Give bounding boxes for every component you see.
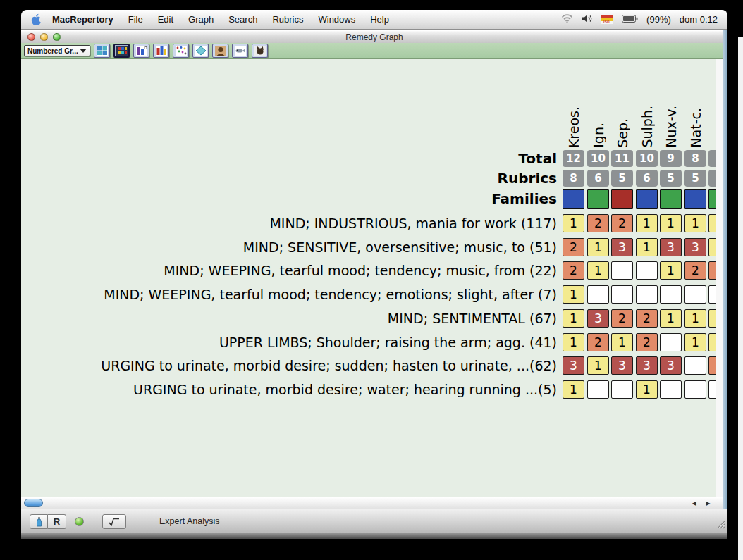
scrollbar-thumb[interactable] <box>24 499 43 507</box>
grade-cell[interactable]: 1 <box>611 333 633 351</box>
grade-cell[interactable] <box>611 261 633 280</box>
grade-cell[interactable]: 2 <box>611 309 633 328</box>
fish-view-button[interactable] <box>232 44 248 58</box>
grade-cell[interactable]: 1 <box>684 214 706 232</box>
rubric-label[interactable]: MIND; WEEPING, tearful mood; tendency; e… <box>21 285 557 304</box>
rubric-label[interactable]: URGING to urinate, morbid desire; water;… <box>21 380 557 399</box>
rubric-label[interactable]: MIND; SENSITIVE, oversensitive; music, t… <box>21 238 557 256</box>
diamond-graph-view-button[interactable] <box>192 44 209 58</box>
grade-cell[interactable] <box>684 356 706 375</box>
grade-cell[interactable] <box>684 285 706 304</box>
grade-cell[interactable]: 1 <box>660 309 682 328</box>
grade-cell[interactable]: 1 <box>660 261 682 280</box>
rubric-label[interactable]: URGING to urinate, morbid desire; sudden… <box>21 356 557 375</box>
family-cell[interactable] <box>708 189 716 209</box>
menu-help[interactable]: Help <box>370 14 389 25</box>
grade-cell[interactable]: 1 <box>636 380 658 399</box>
family-cell[interactable] <box>660 189 682 209</box>
scatter-graph-view-button[interactable] <box>173 44 189 58</box>
grade-cell[interactable] <box>587 380 609 399</box>
horizontal-scrollbar[interactable]: ◀ ▶ <box>21 497 723 509</box>
bar-graph-view-button[interactable] <box>133 44 149 58</box>
grade-cell[interactable] <box>660 380 682 399</box>
column-header[interactable]: Ign. <box>585 65 611 148</box>
grade-cell[interactable]: 2 <box>563 238 584 256</box>
grade-cell[interactable] <box>708 285 716 304</box>
column-header[interactable]: Kreos. <box>560 65 587 148</box>
grade-cell[interactable]: 1 <box>660 214 682 232</box>
grade-cell[interactable] <box>708 214 716 232</box>
menu-clock[interactable]: dom 0:12 <box>680 14 718 25</box>
menu-file[interactable]: File <box>128 14 143 25</box>
grade-cell[interactable] <box>708 356 716 375</box>
grade-cell[interactable]: 1 <box>636 214 658 232</box>
menu-windows[interactable]: Windows <box>318 14 355 25</box>
grade-cell[interactable] <box>708 238 716 256</box>
grade-cell[interactable]: 1 <box>587 356 609 375</box>
grade-cell[interactable]: 2 <box>611 214 633 232</box>
scroll-right-arrow[interactable]: ▶ <box>701 497 715 509</box>
grade-cell[interactable] <box>660 333 682 351</box>
grade-cell[interactable]: 3 <box>611 238 633 256</box>
person-view-button[interactable] <box>212 44 228 58</box>
apple-menu[interactable] <box>31 13 41 25</box>
grade-cell[interactable]: 1 <box>587 238 609 256</box>
grade-cell[interactable]: 3 <box>563 356 584 375</box>
rubric-r-button[interactable]: R <box>48 514 66 529</box>
family-cell[interactable] <box>684 189 706 209</box>
grade-cell[interactable]: 2 <box>636 333 658 351</box>
grade-cell[interactable] <box>708 333 716 351</box>
grade-cell[interactable] <box>611 380 633 399</box>
grade-cell[interactable]: 2 <box>587 214 609 232</box>
grade-cell[interactable] <box>684 380 706 399</box>
resize-grip[interactable] <box>716 519 725 532</box>
grade-cell[interactable]: 1 <box>563 333 584 351</box>
remedy-bottle-button[interactable] <box>30 514 48 529</box>
family-cell[interactable] <box>636 189 658 209</box>
grade-cell[interactable]: 3 <box>611 356 633 375</box>
grade-cell[interactable]: 3 <box>587 309 609 328</box>
grade-cell[interactable]: 2 <box>636 309 658 328</box>
quad-grid-view-button[interactable] <box>94 44 110 58</box>
menu-rubrics[interactable]: Rubrics <box>272 14 303 25</box>
volume-icon[interactable] <box>582 14 592 25</box>
grade-cell[interactable]: 2 <box>563 261 584 280</box>
column-header[interactable]: Sulph. <box>634 65 660 148</box>
grade-cell[interactable]: 3 <box>684 238 706 256</box>
column-header[interactable]: Sep. <box>609 65 635 148</box>
grade-cell[interactable]: 1 <box>684 309 706 328</box>
grade-cell[interactable]: 1 <box>563 380 584 399</box>
menu-graph[interactable]: Graph <box>188 14 214 25</box>
family-cell[interactable] <box>587 189 609 209</box>
grade-cell[interactable] <box>587 285 609 304</box>
grade-cell[interactable]: 1 <box>563 285 584 304</box>
title-bar[interactable]: Remedy Graph <box>21 30 727 44</box>
grade-cell[interactable]: 2 <box>684 261 706 280</box>
column-header[interactable]: Nux-v. <box>658 65 684 148</box>
rubric-label[interactable]: MIND; WEEPING, tearful mood; tendency; m… <box>21 261 557 280</box>
grade-cell[interactable] <box>636 285 658 304</box>
animal-view-button[interactable] <box>252 44 268 58</box>
grade-cell[interactable]: 1 <box>563 309 584 328</box>
grade-cell[interactable] <box>708 309 716 328</box>
color-grid-view-button[interactable] <box>113 44 130 58</box>
grade-cell[interactable]: 3 <box>636 356 658 375</box>
grade-cell[interactable]: 1 <box>636 238 658 256</box>
grade-cell[interactable] <box>708 261 716 280</box>
grade-cell[interactable]: 3 <box>660 356 682 375</box>
grade-cell[interactable] <box>611 285 633 304</box>
family-cell[interactable] <box>563 189 584 209</box>
expert-analysis-button[interactable] <box>102 514 126 529</box>
column-header[interactable]: Nat-c. <box>682 65 708 148</box>
scroll-left-arrow[interactable]: ◀ <box>687 497 701 509</box>
multibar-graph-view-button[interactable] <box>153 44 169 58</box>
family-cell[interactable] <box>611 189 633 209</box>
rubric-label[interactable]: UPPER LIMBS; Shoulder; raising the arm; … <box>21 333 557 351</box>
grade-cell[interactable] <box>636 261 658 280</box>
grade-cell[interactable]: 3 <box>660 238 682 256</box>
graph-style-dropdown[interactable]: Numbered Gr... <box>24 45 90 56</box>
rubric-label[interactable]: MIND; SENTIMENTAL (67) <box>21 309 557 328</box>
menu-search[interactable]: Search <box>228 14 257 25</box>
grade-cell[interactable] <box>708 380 716 399</box>
rubric-label[interactable]: MIND; INDUSTRIOUS, mania for work (117) <box>21 214 557 232</box>
